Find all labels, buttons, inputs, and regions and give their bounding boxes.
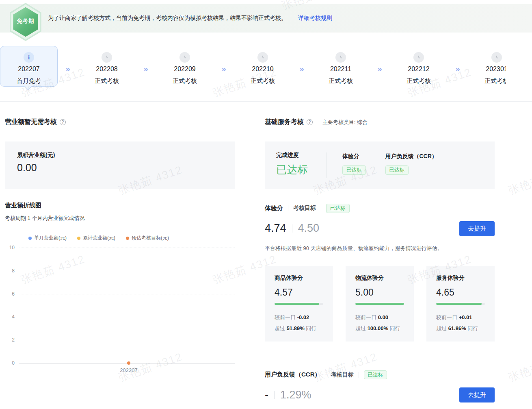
double-chevron-icon bbox=[370, 46, 390, 73]
timeline-month: 202207 bbox=[0, 65, 57, 73]
service-panel: 基础服务考核 ? 主要考核类目: 综合 完成进度 已达标 体验分 已达标 用户负… bbox=[248, 102, 532, 409]
ccr-title: 用户负反馈（CCR） bbox=[265, 371, 321, 379]
revenue-stat-label: 累积营业额(元) bbox=[17, 152, 223, 159]
timeline-item-202210[interactable]: 202210 正式考核 bbox=[234, 46, 292, 85]
double-chevron-icon bbox=[136, 46, 156, 73]
score-progress-fill bbox=[275, 303, 319, 305]
timeline-month: 202212 bbox=[390, 65, 448, 73]
exemption-badge-label: 免考期 bbox=[8, 17, 43, 25]
info-icon: i bbox=[24, 52, 34, 63]
legend-item-monthly[interactable]: 单月营业额(元) bbox=[28, 235, 67, 241]
timeline-label: 正式考核 bbox=[390, 77, 448, 85]
legend-label: 预估考核目标(元) bbox=[132, 235, 169, 241]
y-tick: 6 bbox=[5, 291, 15, 297]
score-progress-fill bbox=[355, 303, 404, 305]
y-tick: 2 bbox=[5, 337, 15, 343]
delta-label: 较前一日 bbox=[355, 314, 376, 320]
vertical-divider bbox=[327, 152, 327, 178]
delta-value: -0.02 bbox=[297, 314, 309, 320]
status-badge: 已达标 bbox=[385, 165, 409, 175]
metric-label: 体验分 bbox=[342, 153, 366, 160]
legend-dot-icon bbox=[28, 237, 32, 240]
delta-label: 较前一日 bbox=[275, 314, 296, 320]
clock-icon bbox=[102, 52, 112, 63]
x-axis-line bbox=[19, 363, 235, 363]
ccr-section-header: 用户负反馈（CCR） 考核目标 已达标 bbox=[265, 370, 495, 380]
legend-item-target[interactable]: 预估考核目标(元) bbox=[126, 235, 169, 241]
gridline bbox=[19, 340, 235, 340]
legend-dot-icon bbox=[77, 237, 80, 240]
card-value: 4.57 bbox=[275, 287, 323, 298]
revenue-line-chart: 10 8 6 4 2 0 202207 bbox=[5, 246, 235, 380]
double-chevron-icon bbox=[58, 46, 78, 73]
divider bbox=[292, 224, 292, 233]
double-chevron-icon bbox=[448, 46, 468, 73]
target-label: 考核目标 bbox=[293, 204, 316, 212]
y-tick: 10 bbox=[5, 245, 15, 250]
assessment-rules-link[interactable]: 详细考核规则 bbox=[298, 15, 332, 22]
chart-subtitle: 考核周期 1 个月内营业额完成情况 bbox=[5, 215, 235, 222]
clock-icon bbox=[179, 52, 190, 63]
peer-label: 同行 bbox=[306, 325, 316, 331]
timeline-label: 首月免考 bbox=[0, 77, 57, 85]
divider bbox=[326, 372, 326, 378]
delta-label: 较前一日 bbox=[436, 314, 457, 320]
timeline-item-202207[interactable]: i 202207 首月免考 bbox=[0, 46, 58, 87]
revenue-stat-value: 0.00 bbox=[17, 162, 223, 174]
card-service-experience: 服务体验分 4.65 较前一日 +0.01 超过 61.86% 同行 bbox=[426, 266, 495, 342]
clock-icon bbox=[413, 52, 424, 63]
timeline-item-202208[interactable]: 202208 正式考核 bbox=[78, 46, 136, 85]
progress-label: 完成进度 bbox=[276, 152, 327, 159]
improve-button[interactable]: 去提升 bbox=[459, 387, 495, 402]
experience-description: 平台将根据最近 90 天店铺的商品质量、物流履约能力，服务情况进行评估。 bbox=[265, 245, 495, 252]
timeline-month: 202208 bbox=[78, 65, 136, 73]
timeline-month: 202301 bbox=[468, 65, 506, 73]
clock-icon bbox=[257, 52, 268, 63]
clock-icon bbox=[335, 52, 346, 63]
y-tick: 4 bbox=[5, 314, 15, 320]
over-label: 超过 bbox=[355, 325, 366, 331]
over-label: 超过 bbox=[275, 325, 285, 331]
timeline-month: 202210 bbox=[234, 65, 292, 73]
target-data-point[interactable] bbox=[127, 361, 130, 365]
ccr-score-row: - 1.29% 去提升 bbox=[265, 387, 495, 402]
experience-title: 体验分 bbox=[265, 204, 283, 212]
assessment-timeline: i 202207 首月免考 202208 正式考核 202209 正式考核 20… bbox=[0, 46, 506, 91]
service-panel-title: 基础服务考核 bbox=[265, 118, 304, 126]
timeline-item-202301[interactable]: 202301 正式考核 bbox=[468, 46, 506, 85]
timeline-item-202212[interactable]: 202212 正式考核 bbox=[390, 46, 448, 85]
timeline-item-202211[interactable]: 202211 正式考核 bbox=[312, 46, 370, 85]
timeline-month: 202211 bbox=[312, 65, 370, 73]
timeline-item-202209[interactable]: 202209 正式考核 bbox=[156, 46, 214, 85]
timeline-label: 正式考核 bbox=[234, 77, 292, 85]
banner-message: 为了让商家了解考核方式，当前为免考期，考核内容仅为模拟考核结果，结果不影响正式考… bbox=[48, 15, 287, 22]
legend-item-cumulative[interactable]: 累计营业额(元) bbox=[77, 235, 115, 241]
peer-label: 同行 bbox=[467, 325, 478, 331]
divider bbox=[359, 372, 359, 378]
improve-button[interactable]: 去提升 bbox=[459, 221, 495, 236]
chart-legend: 单月营业额(元) 累计营业额(元) 预估考核目标(元) bbox=[5, 235, 235, 241]
help-icon[interactable]: ? bbox=[60, 119, 66, 125]
progress-summary-box: 完成进度 已达标 体验分 已达标 用户负反馈（CCR） 已达标 bbox=[265, 141, 495, 189]
main-content: 营业额暂无需考核 ? 累积营业额(元) 0.00 营业额折线图 考核周期 1 个… bbox=[0, 102, 532, 409]
divider bbox=[274, 391, 275, 399]
exemption-badge: 免考期 bbox=[8, 2, 43, 42]
ccr-target-value: 1.29% bbox=[280, 389, 311, 401]
legend-label: 累计营业额(元) bbox=[83, 235, 115, 241]
help-icon[interactable]: ? bbox=[307, 119, 313, 125]
gridline bbox=[19, 294, 235, 294]
status-badge: 已达标 bbox=[364, 370, 387, 380]
timeline-label: 正式考核 bbox=[78, 77, 136, 85]
timeline-label: 正式考核 bbox=[312, 77, 370, 85]
peer-label: 同行 bbox=[390, 325, 400, 331]
gridline bbox=[19, 271, 235, 271]
target-label: 考核目标 bbox=[331, 371, 354, 379]
legend-dot-icon bbox=[126, 237, 129, 240]
gridline bbox=[19, 248, 235, 248]
score-progress-bar bbox=[355, 303, 404, 305]
summary-metric-experience: 体验分 已达标 bbox=[342, 152, 366, 179]
score-progress-fill bbox=[436, 303, 482, 305]
over-value: 61.86% bbox=[448, 325, 466, 331]
revenue-panel: 营业额暂无需考核 ? 累积营业额(元) 0.00 营业额折线图 考核周期 1 个… bbox=[0, 102, 248, 409]
timeline-label: 正式考核 bbox=[156, 77, 214, 85]
